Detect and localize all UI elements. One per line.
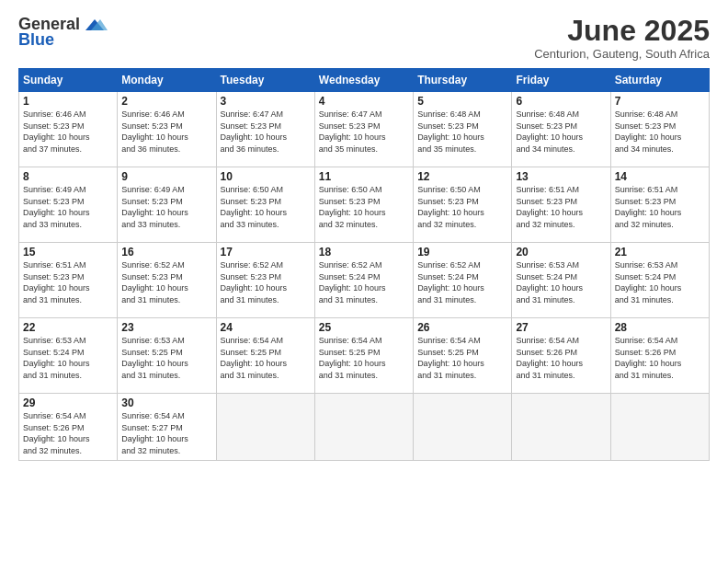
calendar-cell-7: 7Sunrise: 6:48 AMSunset: 5:23 PMDaylight… xyxy=(610,92,709,167)
calendar-cell-empty xyxy=(610,394,709,460)
calendar-cell-9: 9Sunrise: 6:49 AMSunset: 5:23 PMDaylight… xyxy=(118,167,216,243)
logo: General Blue xyxy=(18,15,108,50)
calendar-cell-21: 21Sunrise: 6:53 AMSunset: 5:24 PMDayligh… xyxy=(610,243,709,318)
calendar-cell-8: 8Sunrise: 6:49 AMSunset: 5:23 PMDaylight… xyxy=(19,167,118,243)
calendar-cell-30: 30Sunrise: 6:54 AMSunset: 5:27 PMDayligh… xyxy=(118,394,216,460)
calendar-cell-empty xyxy=(512,394,610,460)
calendar-cell-15: 15Sunrise: 6:51 AMSunset: 5:23 PMDayligh… xyxy=(19,243,118,318)
header-tuesday: Tuesday xyxy=(216,69,314,92)
calendar-cell-12: 12Sunrise: 6:50 AMSunset: 5:23 PMDayligh… xyxy=(414,167,512,243)
logo-blue: Blue xyxy=(18,30,54,50)
header-monday: Monday xyxy=(118,69,216,92)
weekday-header-row: Sunday Monday Tuesday Wednesday Thursday… xyxy=(19,69,710,92)
calendar-cell-13: 13Sunrise: 6:51 AMSunset: 5:23 PMDayligh… xyxy=(512,167,610,243)
calendar-cell-5: 5Sunrise: 6:48 AMSunset: 5:23 PMDaylight… xyxy=(414,92,512,167)
calendar-cell-3: 3Sunrise: 6:47 AMSunset: 5:23 PMDaylight… xyxy=(216,92,314,167)
calendar-cell-4: 4Sunrise: 6:47 AMSunset: 5:23 PMDaylight… xyxy=(314,92,413,167)
calendar-cell-29: 29Sunrise: 6:54 AMSunset: 5:26 PMDayligh… xyxy=(19,394,118,460)
calendar-cell-17: 17Sunrise: 6:52 AMSunset: 5:23 PMDayligh… xyxy=(216,243,314,318)
location: Centurion, Gauteng, South Africa xyxy=(534,47,710,61)
calendar-cell-28: 28Sunrise: 6:54 AMSunset: 5:26 PMDayligh… xyxy=(610,318,709,394)
header-wednesday: Wednesday xyxy=(314,69,413,92)
header: General Blue June 2025 Centurion, Gauten… xyxy=(18,15,710,61)
calendar-cell-16: 16Sunrise: 6:52 AMSunset: 5:23 PMDayligh… xyxy=(118,243,216,318)
calendar-cell-22: 22Sunrise: 6:53 AMSunset: 5:24 PMDayligh… xyxy=(19,318,118,394)
calendar-cell-19: 19Sunrise: 6:52 AMSunset: 5:24 PMDayligh… xyxy=(414,243,512,318)
title-block: June 2025 Centurion, Gauteng, South Afri… xyxy=(534,15,710,61)
calendar-cell-empty xyxy=(414,394,512,460)
header-thursday: Thursday xyxy=(414,69,512,92)
header-friday: Friday xyxy=(512,69,610,92)
header-sunday: Sunday xyxy=(19,69,118,92)
calendar-cell-27: 27Sunrise: 6:54 AMSunset: 5:26 PMDayligh… xyxy=(512,318,610,394)
calendar-cell-11: 11Sunrise: 6:50 AMSunset: 5:23 PMDayligh… xyxy=(314,167,413,243)
calendar-cell-20: 20Sunrise: 6:53 AMSunset: 5:24 PMDayligh… xyxy=(512,243,610,318)
calendar-cell-18: 18Sunrise: 6:52 AMSunset: 5:24 PMDayligh… xyxy=(314,243,413,318)
calendar-cell-23: 23Sunrise: 6:53 AMSunset: 5:25 PMDayligh… xyxy=(118,318,216,394)
month-title: June 2025 xyxy=(534,15,710,47)
calendar-cell-empty xyxy=(314,394,413,460)
logo-icon xyxy=(82,17,108,34)
page: General Blue June 2025 Centurion, Gauten… xyxy=(0,0,728,563)
calendar-cell-25: 25Sunrise: 6:54 AMSunset: 5:25 PMDayligh… xyxy=(314,318,413,394)
calendar-row-0: 1Sunrise: 6:46 AMSunset: 5:23 PMDaylight… xyxy=(19,92,710,167)
calendar-cell-2: 2Sunrise: 6:46 AMSunset: 5:23 PMDaylight… xyxy=(118,92,216,167)
calendar-cell-14: 14Sunrise: 6:51 AMSunset: 5:23 PMDayligh… xyxy=(610,167,709,243)
calendar-cell-10: 10Sunrise: 6:50 AMSunset: 5:23 PMDayligh… xyxy=(216,167,314,243)
calendar-cell-6: 6Sunrise: 6:48 AMSunset: 5:23 PMDaylight… xyxy=(512,92,610,167)
calendar-cell-26: 26Sunrise: 6:54 AMSunset: 5:25 PMDayligh… xyxy=(414,318,512,394)
calendar-cell-24: 24Sunrise: 6:54 AMSunset: 5:25 PMDayligh… xyxy=(216,318,314,394)
calendar-row-1: 8Sunrise: 6:49 AMSunset: 5:23 PMDaylight… xyxy=(19,167,710,243)
calendar-cell-empty xyxy=(216,394,314,460)
calendar-cell-1: 1Sunrise: 6:46 AMSunset: 5:23 PMDaylight… xyxy=(19,92,118,167)
calendar-row-2: 15Sunrise: 6:51 AMSunset: 5:23 PMDayligh… xyxy=(19,243,710,318)
calendar: Sunday Monday Tuesday Wednesday Thursday… xyxy=(18,68,710,460)
calendar-row-4: 29Sunrise: 6:54 AMSunset: 5:26 PMDayligh… xyxy=(19,394,710,460)
calendar-row-3: 22Sunrise: 6:53 AMSunset: 5:24 PMDayligh… xyxy=(19,318,710,394)
header-saturday: Saturday xyxy=(610,69,709,92)
